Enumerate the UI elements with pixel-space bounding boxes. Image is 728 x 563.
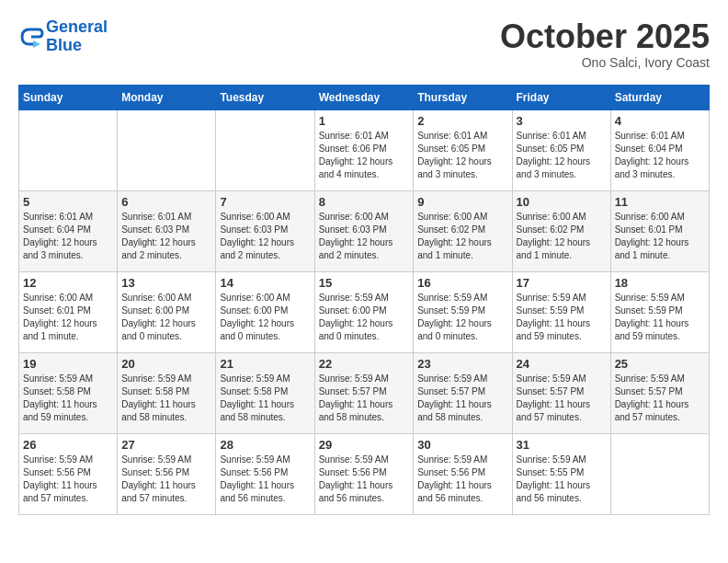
calendar-cell: 12Sunrise: 6:00 AM Sunset: 6:01 PM Dayli… [19, 271, 118, 352]
day-info: Sunrise: 5:59 AM Sunset: 5:58 PM Dayligh… [23, 373, 113, 424]
day-number: 31 [517, 438, 607, 452]
day-info: Sunrise: 5:59 AM Sunset: 5:56 PM Dayligh… [23, 454, 113, 505]
weekday-header-wednesday: Wednesday [314, 85, 414, 109]
month-title: October 2025 [500, 18, 710, 55]
weekday-header-row: SundayMondayTuesdayWednesdayThursdayFrid… [19, 85, 710, 109]
calendar-cell: 29Sunrise: 5:59 AM Sunset: 5:56 PM Dayli… [314, 433, 414, 514]
day-info: Sunrise: 5:59 AM Sunset: 5:56 PM Dayligh… [220, 454, 310, 505]
location: Ono Salci, Ivory Coast [500, 55, 710, 70]
calendar-cell: 31Sunrise: 5:59 AM Sunset: 5:55 PM Dayli… [512, 433, 610, 514]
day-info: Sunrise: 6:01 AM Sunset: 6:06 PM Dayligh… [319, 130, 410, 181]
calendar-cell: 10Sunrise: 6:00 AM Sunset: 6:02 PM Dayli… [512, 190, 610, 271]
day-number: 1 [319, 114, 410, 128]
day-number: 25 [615, 357, 705, 371]
calendar-cell: 9Sunrise: 6:00 AM Sunset: 6:02 PM Daylig… [414, 190, 512, 271]
calendar-cell: 5Sunrise: 6:01 AM Sunset: 6:04 PM Daylig… [19, 190, 118, 271]
calendar-cell: 18Sunrise: 5:59 AM Sunset: 5:59 PM Dayli… [610, 271, 709, 352]
day-number: 30 [417, 438, 507, 452]
day-info: Sunrise: 6:01 AM Sunset: 6:03 PM Dayligh… [121, 211, 211, 262]
day-number: 3 [517, 114, 607, 128]
day-info: Sunrise: 5:59 AM Sunset: 5:59 PM Dayligh… [417, 292, 507, 343]
week-row-3: 12Sunrise: 6:00 AM Sunset: 6:01 PM Dayli… [19, 271, 710, 352]
day-info: Sunrise: 6:00 AM Sunset: 6:02 PM Dayligh… [517, 211, 607, 262]
day-info: Sunrise: 5:59 AM Sunset: 5:57 PM Dayligh… [615, 373, 705, 424]
calendar-cell: 28Sunrise: 5:59 AM Sunset: 5:56 PM Dayli… [216, 433, 314, 514]
logo-blue: Blue [46, 36, 82, 54]
day-info: Sunrise: 6:01 AM Sunset: 6:05 PM Dayligh… [517, 130, 607, 181]
calendar-cell [610, 433, 709, 514]
day-number: 16 [417, 276, 507, 290]
day-info: Sunrise: 6:00 AM Sunset: 6:00 PM Dayligh… [220, 292, 310, 343]
calendar-cell: 2Sunrise: 6:01 AM Sunset: 6:05 PM Daylig… [414, 109, 512, 190]
day-number: 15 [319, 276, 410, 290]
day-info: Sunrise: 5:59 AM Sunset: 6:00 PM Dayligh… [319, 292, 410, 343]
day-number: 2 [417, 114, 507, 128]
day-info: Sunrise: 6:00 AM Sunset: 6:00 PM Dayligh… [121, 292, 211, 343]
day-number: 7 [220, 195, 310, 209]
calendar-cell: 16Sunrise: 5:59 AM Sunset: 5:59 PM Dayli… [414, 271, 512, 352]
calendar-cell: 15Sunrise: 5:59 AM Sunset: 6:00 PM Dayli… [314, 271, 414, 352]
day-info: Sunrise: 5:59 AM Sunset: 5:57 PM Dayligh… [319, 373, 410, 424]
day-number: 12 [23, 276, 113, 290]
title-block: October 2025 Ono Salci, Ivory Coast [500, 18, 710, 70]
week-row-4: 19Sunrise: 5:59 AM Sunset: 5:58 PM Dayli… [19, 352, 710, 433]
day-info: Sunrise: 5:59 AM Sunset: 5:55 PM Dayligh… [517, 454, 607, 505]
calendar-cell: 23Sunrise: 5:59 AM Sunset: 5:57 PM Dayli… [414, 352, 512, 433]
day-info: Sunrise: 5:59 AM Sunset: 5:56 PM Dayligh… [121, 454, 211, 505]
calendar-cell [19, 109, 118, 190]
weekday-header-saturday: Saturday [610, 85, 709, 109]
day-number: 29 [319, 438, 410, 452]
calendar-cell: 6Sunrise: 6:01 AM Sunset: 6:03 PM Daylig… [118, 190, 216, 271]
day-number: 26 [23, 438, 113, 452]
day-number: 24 [517, 357, 607, 371]
calendar-cell: 11Sunrise: 6:00 AM Sunset: 6:01 PM Dayli… [610, 190, 709, 271]
day-number: 6 [121, 195, 211, 209]
day-info: Sunrise: 5:59 AM Sunset: 5:56 PM Dayligh… [417, 454, 507, 505]
day-number: 8 [319, 195, 410, 209]
day-info: Sunrise: 5:59 AM Sunset: 5:58 PM Dayligh… [220, 373, 310, 424]
day-number: 18 [615, 276, 705, 290]
day-number: 10 [517, 195, 607, 209]
calendar-cell: 27Sunrise: 5:59 AM Sunset: 5:56 PM Dayli… [118, 433, 216, 514]
day-info: Sunrise: 6:00 AM Sunset: 6:03 PM Dayligh… [319, 211, 410, 262]
week-row-5: 26Sunrise: 5:59 AM Sunset: 5:56 PM Dayli… [19, 433, 710, 514]
day-info: Sunrise: 6:00 AM Sunset: 6:02 PM Dayligh… [417, 211, 507, 262]
day-number: 9 [417, 195, 507, 209]
day-number: 21 [220, 357, 310, 371]
day-number: 22 [319, 357, 410, 371]
calendar-cell: 8Sunrise: 6:00 AM Sunset: 6:03 PM Daylig… [314, 190, 414, 271]
day-info: Sunrise: 6:00 AM Sunset: 6:01 PM Dayligh… [23, 292, 113, 343]
weekday-header-tuesday: Tuesday [216, 85, 314, 109]
week-row-1: 1Sunrise: 6:01 AM Sunset: 6:06 PM Daylig… [19, 109, 710, 190]
calendar-cell: 13Sunrise: 6:00 AM Sunset: 6:00 PM Dayli… [118, 271, 216, 352]
weekday-header-friday: Friday [512, 85, 610, 109]
day-number: 13 [121, 276, 211, 290]
calendar-cell [216, 109, 314, 190]
day-info: Sunrise: 5:59 AM Sunset: 5:56 PM Dayligh… [319, 454, 410, 505]
day-info: Sunrise: 5:59 AM Sunset: 5:58 PM Dayligh… [121, 373, 211, 424]
calendar-cell: 17Sunrise: 5:59 AM Sunset: 5:59 PM Dayli… [512, 271, 610, 352]
page-header: General Blue October 2025 Ono Salci, Ivo… [18, 18, 710, 70]
calendar-cell: 7Sunrise: 6:00 AM Sunset: 6:03 PM Daylig… [216, 190, 314, 271]
day-number: 11 [615, 195, 705, 209]
calendar-cell: 25Sunrise: 5:59 AM Sunset: 5:57 PM Dayli… [610, 352, 709, 433]
calendar-table: SundayMondayTuesdayWednesdayThursdayFrid… [18, 85, 710, 515]
calendar-cell: 3Sunrise: 6:01 AM Sunset: 6:05 PM Daylig… [512, 109, 610, 190]
day-number: 19 [23, 357, 113, 371]
calendar-cell: 26Sunrise: 5:59 AM Sunset: 5:56 PM Dayli… [19, 433, 118, 514]
calendar-cell: 19Sunrise: 5:59 AM Sunset: 5:58 PM Dayli… [19, 352, 118, 433]
day-number: 23 [417, 357, 507, 371]
weekday-header-sunday: Sunday [19, 85, 118, 109]
day-info: Sunrise: 5:59 AM Sunset: 5:59 PM Dayligh… [517, 292, 607, 343]
day-info: Sunrise: 6:00 AM Sunset: 6:03 PM Dayligh… [220, 211, 310, 262]
calendar-cell [118, 109, 216, 190]
day-info: Sunrise: 5:59 AM Sunset: 5:59 PM Dayligh… [615, 292, 705, 343]
weekday-header-monday: Monday [118, 85, 216, 109]
day-info: Sunrise: 6:00 AM Sunset: 6:01 PM Dayligh… [615, 211, 705, 262]
day-number: 28 [220, 438, 310, 452]
day-number: 20 [121, 357, 211, 371]
day-number: 5 [23, 195, 113, 209]
day-info: Sunrise: 6:01 AM Sunset: 6:04 PM Dayligh… [615, 130, 705, 181]
calendar-cell: 1Sunrise: 6:01 AM Sunset: 6:06 PM Daylig… [314, 109, 414, 190]
calendar-cell: 22Sunrise: 5:59 AM Sunset: 5:57 PM Dayli… [314, 352, 414, 433]
